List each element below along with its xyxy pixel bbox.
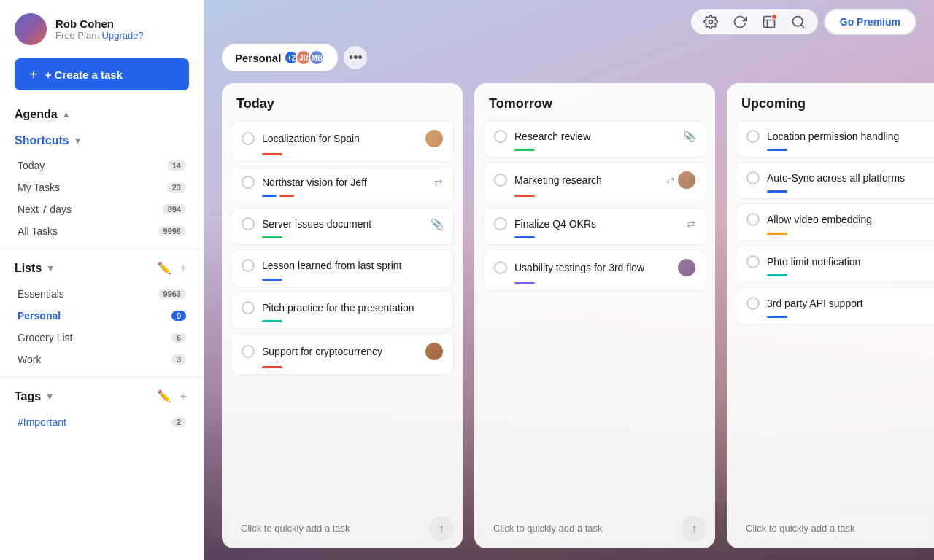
- task-server-issues[interactable]: Server issues document 📎: [231, 208, 454, 245]
- task-priority-indicator: [767, 149, 787, 151]
- task-research-review[interactable]: Research review 📎: [483, 120, 706, 158]
- grocery-badge: 6: [171, 332, 186, 343]
- task-assignee-avatar: [678, 171, 695, 189]
- task-priority-indicator: [514, 236, 535, 238]
- user-name: Rob Cohen: [55, 18, 144, 30]
- tab-avatars: +2 JR MB: [287, 50, 325, 66]
- task-priority-indicator: [514, 195, 535, 197]
- nav-my-tasks[interactable]: My Tasks 23: [15, 176, 189, 198]
- task-photo-limit[interactable]: Phto limit notification: [736, 246, 934, 283]
- task-3rd-party-api[interactable]: 3rd party API support 📎: [736, 287, 934, 324]
- task-title: Research review: [514, 130, 590, 143]
- task-pitch-practice[interactable]: Pitch practice for the presentation: [231, 292, 454, 329]
- lists-title[interactable]: Lists ▼: [15, 262, 55, 275]
- add-tag-button[interactable]: ＋: [177, 389, 189, 404]
- task-finalize-okrs[interactable]: Finalize Q4 OKRs ⇄: [483, 208, 706, 245]
- agenda-title[interactable]: Agenda ▲: [15, 108, 71, 121]
- task-checkbox[interactable]: [746, 171, 760, 184]
- task-checkbox[interactable]: [242, 176, 255, 189]
- subtask-icon: ⇄: [687, 218, 695, 230]
- task-title: Support for cryptocurrency: [262, 345, 382, 358]
- svg-line-5: [801, 25, 804, 28]
- task-title: Pitch practice for the presentation: [262, 301, 414, 314]
- task-lesson-learned[interactable]: Lesson learned from last sprint: [231, 249, 454, 287]
- tomorrow-quick-add-submit[interactable]: ↑: [682, 516, 706, 541]
- task-checkbox[interactable]: [494, 261, 507, 274]
- nav-next-7-days[interactable]: Next 7 days 894: [15, 198, 189, 220]
- task-checkbox[interactable]: [746, 255, 760, 268]
- sidebar: Rob Cohen Free Plan. Upgrade? + + Create…: [0, 0, 204, 560]
- task-checkbox[interactable]: [494, 130, 507, 143]
- today-quick-add-input[interactable]: [231, 516, 423, 541]
- refresh-icon[interactable]: [732, 14, 748, 30]
- task-title: Allow video embedding: [767, 213, 872, 226]
- user-avatar: [15, 13, 47, 45]
- shortcuts-title[interactable]: Shortcuts ▼: [15, 134, 82, 147]
- task-checkbox[interactable]: [746, 297, 760, 310]
- task-checkbox[interactable]: [242, 301, 255, 314]
- tags-chevron: ▼: [45, 392, 54, 402]
- notification-icon[interactable]: [761, 14, 777, 30]
- task-checkbox[interactable]: [494, 217, 507, 230]
- subtask-icon: ⇄: [666, 174, 675, 186]
- task-auto-sync[interactable]: Auto-Sync across all platforms: [736, 162, 934, 199]
- task-northstar-vision[interactable]: Northstar vision for Jeff ⇄: [231, 166, 454, 203]
- go-premium-button[interactable]: Go Premium: [824, 9, 916, 35]
- nav-today[interactable]: Today 14: [15, 155, 189, 176]
- upcoming-tasks: Location permission handling Auto-Sync a…: [727, 120, 934, 508]
- task-title: Location permission handling: [767, 130, 899, 143]
- today-tasks: Localization for Spain Northstar vision …: [222, 120, 463, 508]
- tab-personal[interactable]: Personal +2 JR MB: [222, 44, 338, 71]
- topbar: Go Premium: [204, 0, 934, 44]
- task-priority-indicator: [262, 366, 282, 368]
- task-allow-video[interactable]: Allow video embedding: [736, 203, 934, 241]
- task-priority-indicator: [767, 274, 787, 276]
- task-title: Finalize Q4 OKRs: [514, 217, 596, 230]
- user-plan: Free Plan. Upgrade?: [55, 30, 144, 41]
- columns-area: Today Localization for Spain: [204, 71, 934, 560]
- task-checkbox[interactable]: [242, 259, 255, 272]
- task-usability-testing[interactable]: Usability testings for 3rd flow: [483, 249, 706, 291]
- edit-tags-button[interactable]: ✏️: [157, 389, 171, 403]
- list-personal[interactable]: Personal 9: [15, 305, 189, 327]
- task-checkbox[interactable]: [242, 132, 255, 145]
- attachment-icon: 📎: [431, 218, 443, 230]
- task-checkbox[interactable]: [746, 213, 760, 226]
- task-checkbox[interactable]: [746, 130, 760, 143]
- add-list-button[interactable]: ＋: [177, 260, 189, 276]
- task-support-crypto[interactable]: Support for cryptocurrency: [231, 333, 454, 375]
- task-priority-indicator: [262, 236, 282, 238]
- task-priority-indicator: [514, 149, 535, 151]
- task-marketing-research[interactable]: Marketing research ⇄: [483, 162, 706, 203]
- task-title: 3rd party API support: [767, 297, 863, 310]
- today-quick-add-submit[interactable]: ↑: [429, 516, 454, 541]
- work-badge: 3: [171, 354, 186, 365]
- task-priority-indicator: [767, 190, 787, 192]
- important-badge: 2: [171, 417, 186, 427]
- settings-icon[interactable]: [703, 14, 719, 30]
- search-icon[interactable]: [790, 14, 806, 30]
- upcoming-quick-add-input[interactable]: [736, 516, 928, 541]
- tags-title[interactable]: Tags ▼: [15, 390, 54, 403]
- svg-point-0: [709, 20, 712, 24]
- task-checkbox[interactable]: [242, 345, 255, 358]
- tab-more-button[interactable]: •••: [344, 46, 367, 69]
- task-checkbox[interactable]: [242, 217, 255, 230]
- list-work[interactable]: Work 3: [15, 349, 189, 370]
- tomorrow-quick-add-input[interactable]: [483, 516, 676, 541]
- lists-chevron: ▼: [46, 263, 55, 273]
- nav-all-tasks[interactable]: All Tasks 9996: [15, 220, 189, 242]
- list-grocery[interactable]: Grocery List 6: [15, 327, 189, 349]
- edit-lists-button[interactable]: ✏️: [157, 261, 171, 275]
- create-task-button[interactable]: + + Create a task: [15, 58, 189, 90]
- task-localization-spain[interactable]: Localization for Spain: [231, 120, 454, 162]
- upgrade-link[interactable]: Upgrade?: [102, 30, 144, 41]
- task-checkbox[interactable]: [494, 174, 507, 187]
- list-essentials[interactable]: Essentials 9963: [15, 283, 189, 305]
- tab-personal-label: Personal: [235, 52, 281, 64]
- tag-important[interactable]: #Important 2: [15, 411, 189, 433]
- task-priority-indicator: [262, 279, 282, 281]
- task-title: Localization for Spain: [262, 132, 360, 145]
- task-location-permission[interactable]: Location permission handling: [736, 120, 934, 158]
- today-header: Today: [222, 83, 463, 120]
